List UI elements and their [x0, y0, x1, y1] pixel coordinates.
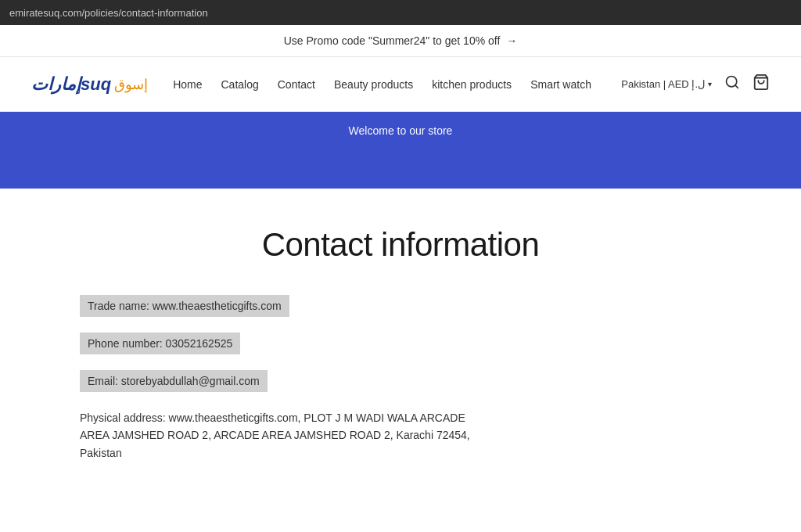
- blue-spacer: [0, 149, 801, 189]
- contact-info-block: Trade name: www.theaestheticgifts.com Ph…: [80, 295, 487, 462]
- cart-button[interactable]: [753, 74, 770, 95]
- nav-smart-watch[interactable]: Smart watch: [530, 78, 591, 91]
- phone-text: Phone number: 03052162525: [80, 332, 240, 354]
- promo-arrow: →: [506, 34, 517, 47]
- browser-url: emiratesuq.com/policies/contact-informat…: [9, 7, 208, 19]
- logo-text-en: إماراتsuq: [31, 74, 111, 95]
- search-button[interactable]: [724, 74, 740, 94]
- email-text: Email: storebyabdullah@gmail.com: [80, 370, 268, 392]
- logo-text-ar: إسوق: [114, 76, 148, 93]
- cart-icon: [753, 74, 770, 95]
- browser-bar: emiratesuq.com/policies/contact-informat…: [0, 0, 801, 25]
- nav-contact[interactable]: Contact: [278, 78, 315, 91]
- promo-text: Use Promo code "Summer24" to get 10% off: [284, 34, 501, 47]
- nav-catalog[interactable]: Catalog: [221, 78, 258, 91]
- nav-kitchen-products[interactable]: kitchen products: [432, 78, 512, 91]
- phone-line: Phone number: 03052162525: [80, 332, 487, 362]
- page-title: Contact information: [80, 226, 721, 264]
- site-header: إماراتsuq إسوق Home Catalog Contact Beau…: [0, 57, 801, 112]
- header-right: Pakistan | AED ل.إ ▾: [621, 74, 770, 95]
- svg-line-1: [735, 85, 738, 88]
- main-nav: Home Catalog Contact Beauty products kit…: [173, 78, 621, 91]
- locale-label: Pakistan | AED ل.إ: [621, 78, 705, 90]
- physical-address: Physical address: www.theaestheticgifts.…: [80, 409, 487, 462]
- welcome-text: Welcome to our store: [349, 124, 453, 137]
- welcome-banner: Welcome to our store: [0, 112, 801, 149]
- email-line: Email: storebyabdullah@gmail.com: [80, 370, 487, 400]
- trade-name-line: Trade name: www.theaestheticgifts.com: [80, 295, 487, 325]
- chevron-down-icon: ▾: [708, 80, 712, 88]
- nav-home[interactable]: Home: [173, 78, 202, 91]
- trade-name-text: Trade name: www.theaestheticgifts.com: [80, 295, 289, 317]
- logo[interactable]: إماراتsuq إسوق: [31, 74, 148, 95]
- search-icon: [724, 74, 740, 94]
- locale-selector[interactable]: Pakistan | AED ل.إ ▾: [621, 78, 712, 90]
- main-content: Contact information Trade name: www.thea…: [48, 189, 753, 509]
- promo-bar: Use Promo code "Summer24" to get 10% off…: [0, 25, 801, 57]
- subscribe-section: Subscribe to our emails →: [48, 509, 753, 532]
- nav-beauty-products[interactable]: Beauty products: [334, 78, 413, 91]
